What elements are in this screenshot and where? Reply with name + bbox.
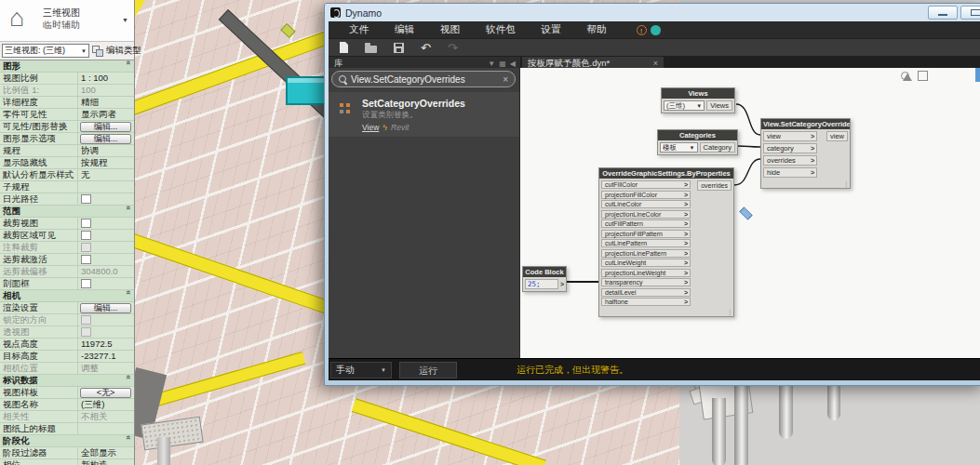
property-row[interactable]: 图形 [0,60,134,73]
property-row[interactable]: 相机 [0,290,134,302]
property-value[interactable] [81,243,91,252]
property-value[interactable] [81,255,91,264]
property-row[interactable]: 剖面框 [0,278,134,290]
port-expand-icon[interactable]: > [684,192,688,198]
notifications-icon[interactable] [651,25,661,35]
property-value[interactable] [81,231,91,240]
menu-item[interactable]: 设置 [529,23,574,36]
port-expand-icon[interactable]: > [684,240,688,246]
view-output-port[interactable]: view [826,131,848,141]
minimize-button[interactable] [928,6,958,20]
node-input-port[interactable]: projectionFillPattern > [601,230,691,238]
property-row[interactable]: 规程 协调 [0,145,134,157]
property-value[interactable] [81,279,91,288]
menu-item[interactable]: 软件包 [473,23,529,36]
property-row[interactable]: 阶段化 [0,435,134,447]
port-expand-icon[interactable]: > [684,231,688,237]
code-block-output-port[interactable]: > [560,281,564,287]
property-row[interactable]: 视点高度 11972.5 [0,339,134,351]
category-output-port[interactable]: Category [700,142,735,153]
type-selector-combobox[interactable]: 三维视图: (三维) [2,44,89,58]
property-row[interactable]: 相关性 不相关 [0,411,134,423]
property-value[interactable]: 显示两者 [78,109,134,120]
property-value[interactable]: 按规程 [78,157,134,168]
property-row[interactable]: 可见性/图形替换 编辑... [0,121,134,133]
node-input-port[interactable]: cutLineWeight > [601,259,691,267]
property-row[interactable]: 远剪裁偏移 304800.0 [0,266,134,278]
property-value[interactable]: 编辑... [80,134,131,144]
collapse-icon[interactable] [123,60,134,72]
overrides-output-port[interactable]: overrides [697,180,732,191]
filter-icon[interactable]: ▼ [488,60,495,68]
node-input-port[interactable]: hide > [763,167,817,178]
property-value[interactable]: <无> [80,388,131,398]
property-value[interactable] [81,219,91,228]
property-value[interactable]: (三维) [78,399,134,410]
property-value[interactable]: 全部显示 [78,447,134,458]
menu-item[interactable]: 文件 [336,23,382,36]
property-row[interactable]: 视图样板 <无> [0,387,134,399]
run-mode-select[interactable]: 手动 ▼ [330,362,392,379]
property-row[interactable]: 锁定的方向 [0,314,134,326]
node-input-port[interactable]: projectionLinePattern > [601,249,691,258]
property-value[interactable]: 无 [78,169,134,180]
property-row[interactable]: 相位 新构造 [0,459,134,465]
port-expand-icon[interactable]: > [811,169,814,176]
result-category-link[interactable]: View [362,123,379,132]
property-row[interactable]: 渲染设置 编辑... [0,302,134,314]
property-row[interactable]: 视图比例 1 : 100 [0,73,134,85]
node-input-port[interactable]: halftone > [601,298,691,306]
node-title[interactable]: OverrideGraphicSettings.ByProperties [599,168,733,179]
port-expand-icon[interactable]: > [684,279,688,286]
undo-icon[interactable] [421,39,431,56]
node-input-port[interactable]: cutFillPattern > [601,219,691,228]
property-row[interactable]: 日光路径 [0,193,134,206]
dynamo-titlebar[interactable]: Dynamo [325,4,980,21]
collapse-panel-icon[interactable]: ◀ [510,60,516,68]
collapse-icon[interactable] [123,290,134,301]
port-expand-icon[interactable]: > [684,299,688,305]
property-row[interactable]: 零件可见性 显示两者 [0,109,134,121]
open-file-icon[interactable] [365,46,377,53]
clipped-toolbar-icon[interactable] [975,68,980,82]
geometry-view-icon[interactable] [901,70,912,81]
collapse-icon[interactable] [123,375,134,386]
property-value[interactable] [81,194,91,204]
node-override-graphic-settings[interactable]: OverrideGraphicSettings.ByProperties cut… [598,167,734,317]
menu-item[interactable]: 视图 [427,23,473,36]
edit-type-icon[interactable] [92,46,103,57]
resize-grip-icon[interactable]: ┆ [728,310,732,316]
node-input-port[interactable]: category > [763,143,817,153]
new-file-icon[interactable] [340,42,348,53]
property-value[interactable]: -23277.1 [78,351,134,362]
search-result-item[interactable]: SetCategoryOverrides 设置类别替换。 View ϟ Revi… [329,92,519,137]
port-expand-icon[interactable]: > [811,145,814,152]
property-row[interactable]: 默认分析显示样式 无 [0,169,134,181]
port-expand-icon[interactable]: > [684,289,688,296]
resize-grip-icon[interactable]: ┆ [844,181,848,188]
3d-preview-icon[interactable] [918,71,928,81]
alerts-icon[interactable]: ! [637,25,647,35]
menu-item[interactable]: 帮助 [574,23,620,36]
property-row[interactable]: 视图名称 (三维) [0,399,134,411]
port-expand-icon[interactable]: > [684,270,688,276]
port-expand-icon[interactable]: > [684,181,688,188]
property-row[interactable]: 裁剪区域可见 [0,230,134,242]
property-value[interactable]: 100 [78,85,134,96]
node-title[interactable]: Code Block [523,267,566,277]
property-row[interactable]: 阶段过滤器 全部显示 [0,447,134,459]
collapse-icon[interactable] [123,435,134,446]
run-button[interactable]: 运行 [399,362,457,379]
node-input-port[interactable]: overrides > [763,155,817,166]
property-row[interactable]: 详细程度 精细 [0,97,134,109]
views-dropdown[interactable]: (三维) ▼ [664,100,705,111]
node-input-port[interactable]: detailLevel > [601,288,691,297]
property-row[interactable]: 标识数据 [0,375,134,387]
property-value[interactable]: 编辑... [80,303,131,313]
port-expand-icon[interactable]: > [684,211,688,218]
code-block-value[interactable]: 25; [525,279,558,289]
node-input-port[interactable]: projectionFillColor > [601,191,691,199]
property-value[interactable]: 11972.5 [78,339,134,350]
chevron-down-icon[interactable] [122,17,128,23]
property-row[interactable]: 裁剪视图 [0,218,134,230]
